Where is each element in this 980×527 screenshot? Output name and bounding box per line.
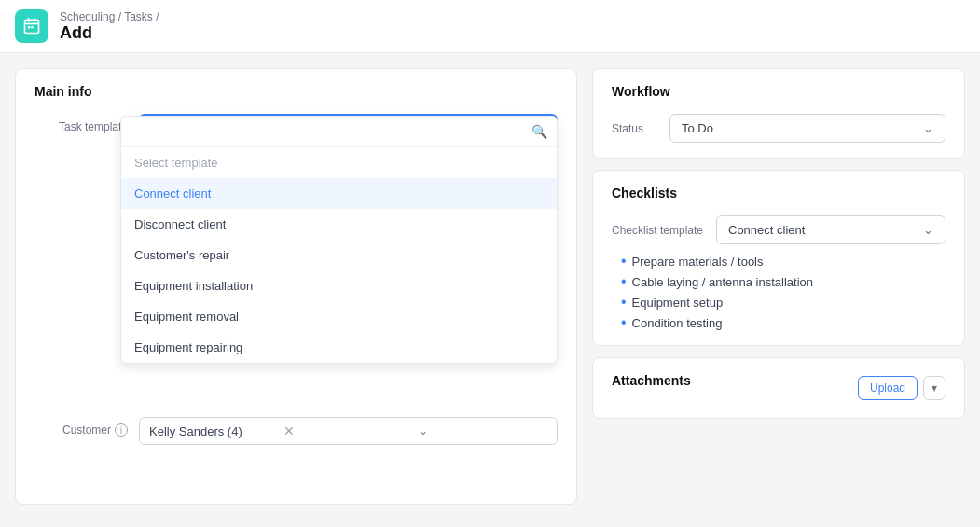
attachments-header: Attachments Upload ▾	[612, 373, 945, 403]
dropdown-item-equipment-installation[interactable]: Equipment installation	[121, 270, 557, 301]
checklist-item: • Cable laying / antenna installation	[621, 274, 945, 289]
clear-customer-button[interactable]: ✕	[283, 423, 412, 438]
status-select[interactable]: To Do ⌄	[669, 114, 945, 143]
checklist-dot-icon: •	[621, 315, 627, 330]
customer-label: Customer i	[35, 417, 128, 437]
dropdown-item-customers-repair[interactable]: Customer's repair	[121, 240, 557, 270]
breadcrumb-sep2: /	[156, 10, 159, 23]
attachments-actions: Upload ▾	[858, 376, 945, 400]
checklist-item: • Condition testing	[621, 315, 945, 330]
workflow-row: Status To Do ⌄	[612, 114, 945, 143]
main-info-panel: Main info Task template Connect client ⌃…	[15, 68, 577, 505]
page-title: Add	[60, 23, 159, 43]
dropdown-item-equipment-repairing[interactable]: Equipment repairing	[121, 332, 557, 363]
checklist-template-select[interactable]: Connect client ⌄	[716, 215, 945, 244]
dropdown-item-connect-client[interactable]: Connect client	[121, 178, 557, 209]
upload-button[interactable]: Upload	[858, 376, 918, 400]
customer-chevron-icon: ⌄	[419, 424, 547, 437]
customer-control: Kelly Sanders (4) ✕ ⌄	[139, 417, 558, 445]
dropdown-item-disconnect-client[interactable]: Disconnect client	[121, 209, 557, 240]
checklist-item-label: Cable laying / antenna installation	[632, 275, 813, 289]
checklist-item-label: Condition testing	[632, 316, 723, 330]
dropdown-search-row: 🔍	[121, 117, 557, 147]
header-text: Scheduling / Tasks / Add	[60, 10, 159, 43]
collapse-attachments-button[interactable]: ▾	[923, 376, 945, 400]
breadcrumb-tasks[interactable]: Tasks	[124, 10, 153, 23]
task-template-label: Task template	[35, 114, 128, 133]
customer-value: Kelly Sanders (4)	[149, 424, 278, 438]
customer-field[interactable]: Kelly Sanders (4) ✕ ⌄	[139, 417, 558, 445]
checklist-template-row: Checklist template Connect client ⌄	[612, 215, 945, 244]
svg-rect-4	[28, 26, 30, 29]
dropdown-search-input[interactable]	[131, 125, 526, 139]
checklist-item: • Equipment setup	[621, 295, 945, 310]
svg-rect-5	[31, 26, 34, 29]
main-info-title: Main info	[35, 84, 558, 99]
attachments-section: Attachments Upload ▾	[592, 357, 965, 419]
task-template-dropdown-menu: 🔍 Select template Connect client Disconn…	[120, 116, 558, 364]
checklist-items-list: • Prepare materials / tools • Cable layi…	[621, 254, 945, 330]
dropdown-item-select-template[interactable]: Select template	[121, 147, 557, 178]
app-icon	[15, 9, 48, 43]
info-icon[interactable]: i	[115, 423, 128, 437]
checklists-section: Checklists Checklist template Connect cl…	[592, 170, 965, 346]
attachments-title: Attachments	[612, 373, 691, 388]
checklist-item-label: Prepare materials / tools	[632, 255, 764, 269]
app-header: Scheduling / Tasks / Add	[0, 0, 980, 53]
workflow-section: Workflow Status To Do ⌄	[592, 68, 965, 159]
status-label: Status	[612, 122, 658, 135]
checklist-dot-icon: •	[621, 274, 627, 289]
breadcrumb: Scheduling / Tasks /	[60, 10, 159, 23]
checklist-template-value: Connect client	[728, 223, 805, 237]
chevron-down-icon: ▾	[932, 381, 937, 395]
checklists-title: Checklists	[612, 186, 945, 201]
checklist-item-label: Equipment setup	[632, 296, 724, 310]
checklist-dot-icon: •	[621, 295, 627, 310]
content-area: Main info Task template Connect client ⌃…	[0, 53, 980, 520]
status-chevron-icon: ⌄	[923, 121, 933, 135]
scheduling-icon	[22, 17, 41, 35]
checklist-dot-icon: •	[621, 254, 627, 269]
customer-label-text: Customer	[62, 423, 111, 437]
customer-row: Customer i Kelly Sanders (4) ✕ ⌄	[35, 417, 558, 445]
breadcrumb-scheduling[interactable]: Scheduling	[60, 10, 115, 23]
dropdown-item-equipment-removal[interactable]: Equipment removal	[121, 301, 557, 332]
checklist-item: • Prepare materials / tools	[621, 254, 945, 269]
status-value: To Do	[682, 121, 713, 135]
workflow-title: Workflow	[612, 84, 945, 99]
checklist-template-label: Checklist template	[612, 224, 705, 237]
right-panel: Workflow Status To Do ⌄ Checklists Check…	[592, 68, 965, 505]
search-icon: 🔍	[531, 124, 547, 139]
checklist-chevron-icon: ⌄	[923, 223, 933, 237]
